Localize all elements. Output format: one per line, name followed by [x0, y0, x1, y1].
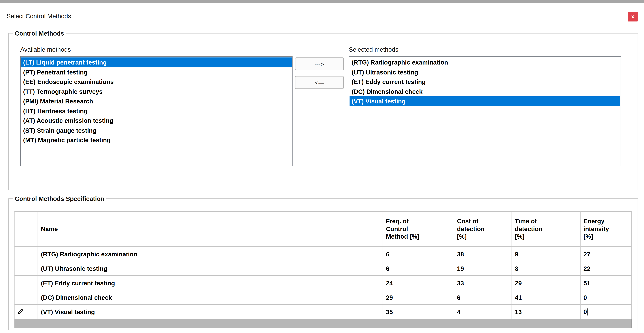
- list-item-selected-2[interactable]: (ET) Eddy current testing: [350, 77, 620, 87]
- cell-energy-value: 0: [584, 308, 587, 315]
- corner-header-cell[interactable]: [15, 211, 38, 247]
- table-row: (UT) Ultrasonic testing 6 19 8 22: [15, 261, 632, 275]
- list-item-available-5[interactable]: (HT) Hardness testing: [21, 106, 292, 116]
- cell-name[interactable]: (RTG) Radiographic examination: [38, 247, 383, 261]
- cell-time[interactable]: 13: [512, 304, 580, 319]
- row-selector[interactable]: [15, 247, 38, 261]
- cell-energy[interactable]: 22: [580, 261, 632, 275]
- column-header-energy[interactable]: Energy intensity [%]: [580, 211, 632, 247]
- cell-name[interactable]: (UT) Ultrasonic testing: [38, 261, 383, 275]
- cell-cost[interactable]: 4: [454, 304, 512, 319]
- list-item-available-7[interactable]: (ST) Strain gauge testing: [21, 126, 292, 135]
- cell-cost[interactable]: 33: [454, 275, 512, 290]
- row-selector[interactable]: [15, 304, 38, 319]
- row-selector[interactable]: [15, 275, 38, 290]
- close-button[interactable]: x: [628, 12, 638, 22]
- list-item-selected-4[interactable]: (VT) Visual testing: [350, 96, 620, 106]
- cell-freq[interactable]: 6: [383, 261, 454, 275]
- list-item-available-2[interactable]: (EE) Endoscopic examinations: [21, 77, 292, 87]
- cell-name[interactable]: (DC) Dimensional check: [38, 290, 383, 304]
- column-header-freq[interactable]: Freq. of Control Method [%]: [383, 211, 454, 247]
- cell-cost[interactable]: 6: [454, 290, 512, 304]
- list-item-available-1[interactable]: (PT) Penetrant testing: [21, 67, 292, 77]
- cell-name[interactable]: (ET) Eddy current testing: [38, 275, 383, 290]
- available-methods-list[interactable]: (LT) Liquid penetrant testing (PT) Penet…: [20, 56, 292, 166]
- column-header-cost[interactable]: Cost of detection [%]: [454, 211, 512, 247]
- dialog-select-control-methods: Select Control Methods x Control Methods…: [0, 0, 644, 333]
- cell-time[interactable]: 9: [512, 247, 580, 261]
- list-item-available-4[interactable]: (PMI) Material Research: [21, 96, 292, 106]
- specification-table-wrap: Name Freq. of Control Method [%] Cost of…: [14, 211, 632, 328]
- column-header-time[interactable]: Time of detection [%]: [512, 211, 580, 247]
- list-item-available-3[interactable]: (TT) Termographic surveys: [21, 87, 292, 96]
- specification-group-label: Control Methods Specification: [13, 195, 106, 202]
- row-selector[interactable]: [15, 261, 38, 275]
- specification-table: Name Freq. of Control Method [%] Cost of…: [14, 211, 632, 328]
- column-header-name[interactable]: Name: [38, 211, 383, 247]
- edit-pencil-icon: [18, 308, 23, 315]
- move-left-button[interactable]: <---: [295, 76, 344, 89]
- cell-name[interactable]: (VT) Visual testing: [38, 304, 383, 319]
- cell-time[interactable]: 8: [512, 261, 580, 275]
- cell-freq[interactable]: 35: [383, 304, 454, 319]
- cell-energy[interactable]: 0: [580, 290, 632, 304]
- available-methods-label: Available methods: [20, 46, 71, 53]
- cell-time[interactable]: 29: [512, 275, 580, 290]
- row-selector[interactable]: [15, 290, 38, 304]
- cell-energy-editing[interactable]: 0: [580, 304, 632, 319]
- window-title: Select Control Methods: [6, 13, 71, 20]
- header-row: Name Freq. of Control Method [%] Cost of…: [15, 211, 632, 247]
- cell-cost[interactable]: 38: [454, 247, 512, 261]
- table-filler-row: [15, 319, 632, 328]
- table-row: (ET) Eddy current testing 24 33 29 51: [15, 275, 632, 290]
- specification-group: Control Methods Specification Name Freq.…: [8, 198, 638, 330]
- text-cursor: [587, 308, 588, 315]
- control-methods-group: Control Methods Available methods Select…: [8, 33, 638, 190]
- table-row-editing: (VT) Visual testing 35 4 13 0: [15, 304, 632, 319]
- cell-energy[interactable]: 27: [580, 247, 632, 261]
- list-item-available-8[interactable]: (MT) Magnetic particle testing: [21, 135, 292, 145]
- cell-freq[interactable]: 6: [383, 247, 454, 261]
- move-right-button[interactable]: --->: [295, 58, 344, 70]
- top-window-edge: [0, 0, 644, 3]
- cell-freq[interactable]: 24: [383, 275, 454, 290]
- list-item-selected-0[interactable]: (RTG) Radiographic examination: [350, 58, 620, 67]
- cell-cost[interactable]: 19: [454, 261, 512, 275]
- list-item-available-6[interactable]: (AT) Acoustic emission testing: [21, 116, 292, 125]
- cell-energy[interactable]: 51: [580, 275, 632, 290]
- cell-freq[interactable]: 29: [383, 290, 454, 304]
- list-item-selected-3[interactable]: (DC) Dimensional check: [350, 87, 620, 96]
- list-item-available-0[interactable]: (LT) Liquid penetrant testing: [21, 58, 292, 67]
- selected-methods-list[interactable]: (RTG) Radiographic examination (UT) Ultr…: [349, 56, 621, 166]
- table-filler: [15, 319, 632, 328]
- table-row: (RTG) Radiographic examination 6 38 9 27: [15, 247, 632, 261]
- table-row: (DC) Dimensional check 29 6 41 0: [15, 290, 632, 304]
- list-item-selected-1[interactable]: (UT) Ultrasonic testing: [350, 67, 620, 77]
- cell-time[interactable]: 41: [512, 290, 580, 304]
- control-methods-group-label: Control Methods: [13, 30, 66, 37]
- selected-methods-label: Selected methods: [349, 46, 398, 53]
